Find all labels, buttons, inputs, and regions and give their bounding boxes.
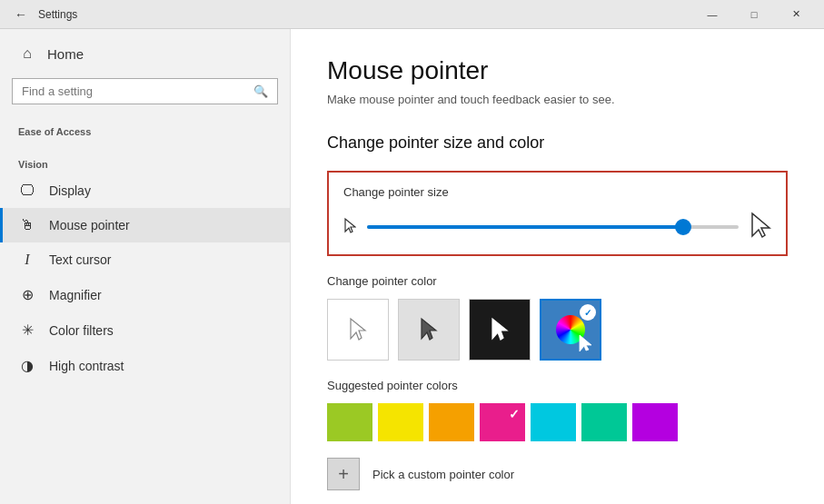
- swatch-cyan[interactable]: [531, 403, 576, 441]
- svg-marker-5: [580, 335, 591, 351]
- sidebar-item-color-filters[interactable]: ✳ Color filters: [0, 312, 290, 348]
- color-option-black[interactable]: [469, 299, 531, 361]
- swatch-pink[interactable]: ✓: [480, 403, 525, 441]
- cursor-large-icon: [750, 212, 771, 242]
- svg-marker-3: [422, 319, 436, 340]
- pointer-size-section: Change pointer size: [327, 171, 788, 256]
- cursor-small-icon: [343, 217, 356, 236]
- main-layout: ⌂ Home 🔍 Ease of Access Vision 🖵 Display…: [0, 29, 824, 504]
- pointer-color-label: Change pointer color: [327, 274, 788, 288]
- search-box[interactable]: 🔍: [12, 78, 278, 104]
- minimize-button[interactable]: —: [691, 0, 733, 29]
- sidebar-item-mouse-pointer-label: Mouse pointer: [49, 218, 130, 232]
- sidebar-home-label: Home: [47, 46, 84, 62]
- page-subtitle: Make mouse pointer and touch feedback ea…: [327, 93, 788, 106]
- sidebar-item-display[interactable]: 🖵 Display: [0, 173, 290, 208]
- slider-fill: [367, 225, 683, 229]
- close-button[interactable]: ✕: [775, 0, 817, 29]
- swatch-yellow[interactable]: [378, 403, 423, 441]
- suggested-label: Suggested pointer colors: [327, 379, 788, 392]
- svg-marker-0: [345, 219, 355, 232]
- color-option-white[interactable]: [327, 299, 389, 361]
- search-input[interactable]: [22, 84, 253, 98]
- sidebar-item-magnifier[interactable]: ⊕ Magnifier: [0, 277, 290, 312]
- text-cursor-icon: I: [18, 252, 36, 268]
- search-icon: 🔍: [253, 84, 268, 98]
- high-contrast-icon: ◑: [18, 357, 36, 374]
- swatch-orange[interactable]: [429, 403, 474, 441]
- sidebar-item-text-cursor[interactable]: I Text cursor: [0, 242, 290, 277]
- titlebar: ← Settings — □ ✕: [0, 0, 824, 29]
- display-icon: 🖵: [18, 183, 36, 199]
- magnifier-icon: ⊕: [18, 286, 36, 303]
- sidebar-item-high-contrast-label: High contrast: [49, 359, 124, 373]
- swatch-check-pink: ✓: [509, 407, 520, 421]
- page-title: Mouse pointer: [327, 56, 788, 85]
- pointer-size-label: Change pointer size: [343, 185, 771, 199]
- maximize-button[interactable]: □: [733, 0, 775, 29]
- sidebar: ⌂ Home 🔍 Ease of Access Vision 🖵 Display…: [0, 29, 291, 504]
- mouse-pointer-icon: 🖱: [18, 217, 36, 233]
- sidebar-item-color-filters-label: Color filters: [49, 323, 114, 338]
- titlebar-title: Settings: [38, 8, 77, 21]
- svg-marker-2: [351, 319, 365, 340]
- custom-color-text: Pick a custom pointer color: [372, 468, 514, 481]
- suggested-colors: ✓: [327, 403, 788, 441]
- sidebar-item-high-contrast[interactable]: ◑ High contrast: [0, 348, 290, 383]
- custom-color-row: + Pick a custom pointer color: [327, 458, 788, 490]
- vision-section-label: Vision: [0, 152, 290, 173]
- svg-marker-4: [492, 319, 507, 340]
- swatch-teal[interactable]: [581, 403, 627, 441]
- svg-marker-1: [752, 213, 769, 237]
- color-filters-icon: ✳: [18, 321, 36, 339]
- color-options: ✓: [327, 299, 788, 361]
- ease-of-access-label: Ease of Access: [0, 119, 290, 141]
- back-button[interactable]: ←: [7, 1, 35, 28]
- sidebar-home[interactable]: ⌂ Home: [0, 29, 290, 78]
- sidebar-item-magnifier-label: Magnifier: [49, 288, 102, 302]
- sidebar-item-mouse-pointer[interactable]: 🖱 Mouse pointer: [0, 208, 290, 242]
- swatch-lime[interactable]: [327, 403, 372, 441]
- section-heading: Change pointer size and color: [327, 133, 788, 153]
- slider-thumb[interactable]: [675, 219, 691, 235]
- color-option-gray[interactable]: [398, 299, 460, 361]
- swatch-purple[interactable]: [632, 403, 678, 441]
- color-option-custom[interactable]: ✓: [540, 299, 601, 361]
- pointer-size-slider[interactable]: [367, 225, 739, 229]
- sidebar-item-text-cursor-label: Text cursor: [49, 252, 111, 267]
- custom-selected-check: ✓: [580, 304, 596, 321]
- sidebar-item-display-label: Display: [49, 183, 91, 198]
- custom-color-button[interactable]: +: [327, 458, 360, 490]
- content-area: Mouse pointer Make mouse pointer and tou…: [291, 29, 824, 504]
- home-icon: ⌂: [18, 45, 36, 62]
- slider-row: [343, 212, 771, 242]
- titlebar-controls: — □ ✕: [691, 0, 817, 29]
